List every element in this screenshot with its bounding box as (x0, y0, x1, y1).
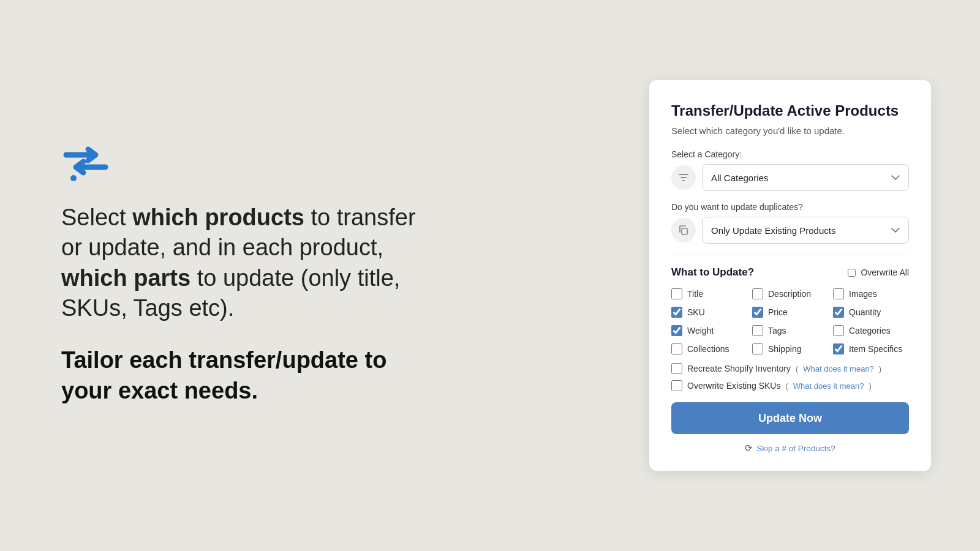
what-to-update-header: What to Update? Overwrite All (671, 266, 909, 279)
checkbox-item-cb-weight: Weight (671, 325, 747, 336)
update-now-button[interactable]: Update Now (671, 402, 909, 434)
cb-shopify-inventory-help-close: ) (879, 364, 881, 373)
copy-icon (677, 224, 690, 236)
card: Transfer/Update Active Products Select w… (649, 80, 931, 471)
cb-description-checkbox[interactable] (752, 288, 763, 299)
card-title: Transfer/Update Active Products (671, 102, 909, 119)
cb-quantity-label[interactable]: Quantity (849, 307, 881, 317)
left-section: Select which products to transferor upda… (61, 145, 478, 406)
extra-options: Recreate Shopify Inventory ( What does i… (671, 363, 909, 391)
what-to-update-title: What to Update? (671, 266, 754, 279)
cb-collections-checkbox[interactable] (671, 343, 682, 354)
checkbox-item-cb-images: Images (833, 288, 909, 299)
checkbox-item-cb-sku: SKU (671, 307, 747, 318)
svg-rect-1 (682, 228, 687, 234)
copy-icon-circle (671, 218, 696, 242)
cb-item-specifics-label[interactable]: Item Specifics (849, 344, 902, 354)
cb-description-label[interactable]: Description (768, 289, 811, 299)
cb-images-label[interactable]: Images (849, 289, 877, 299)
svg-point-0 (70, 175, 77, 181)
overwrite-all-row: Overwrite All (848, 268, 909, 277)
logo-icon (61, 145, 441, 184)
skip-row: ⟳ Skip a # of Products? (671, 443, 909, 454)
cb-quantity-checkbox[interactable] (833, 307, 844, 318)
cb-weight-label[interactable]: Weight (687, 326, 714, 335)
duplicate-label: Do you want to update duplicates? (671, 202, 909, 212)
cb-overwrite-skus-help-close: ) (869, 381, 871, 391)
cb-weight-checkbox[interactable] (671, 325, 682, 336)
category-label: Select a Category: (671, 149, 909, 159)
cb-sku-checkbox[interactable] (671, 307, 682, 318)
checkbox-item-cb-collections: Collections (671, 343, 747, 354)
cb-title-label[interactable]: Title (687, 289, 703, 299)
cb-shopify-inventory-label[interactable]: Recreate Shopify Inventory (687, 364, 791, 373)
cb-item-specifics-checkbox[interactable] (833, 343, 844, 354)
overwrite-all-label[interactable]: Overwrite All (861, 268, 909, 277)
cb-tags-checkbox[interactable] (752, 325, 763, 336)
cb-collections-label[interactable]: Collections (687, 344, 729, 354)
skip-link[interactable]: Skip a # of Products? (756, 444, 835, 453)
cb-shopify-inventory-help-link[interactable]: What does it mean? (803, 364, 874, 373)
cb-tags-label[interactable]: Tags (768, 326, 786, 335)
overwrite-all-checkbox[interactable] (848, 269, 856, 277)
left-description: Select which products to transferor upda… (61, 203, 441, 324)
checkbox-item-cb-shipping: Shipping (752, 343, 828, 354)
cb-images-checkbox[interactable] (833, 288, 844, 299)
cb-overwrite-skus-checkbox[interactable] (671, 380, 682, 391)
left-subtext: Tailor each transfer/update to your exac… (61, 345, 441, 406)
cb-overwrite-skus-help-link[interactable]: What does it mean? (793, 381, 864, 391)
page-wrapper: Select which products to transferor upda… (0, 0, 980, 551)
skip-icon: ⟳ (745, 443, 753, 454)
checkbox-item-cb-description: Description (752, 288, 828, 299)
filter-icon (677, 171, 690, 184)
category-select[interactable]: All Categories (702, 164, 909, 191)
checkbox-item-cb-price: Price (752, 307, 828, 318)
right-section: Transfer/Update Active Products Select w… (649, 80, 931, 471)
cb-shopify-inventory-checkbox[interactable] (671, 363, 682, 374)
cb-shopify-inventory-help-open: ( (796, 364, 798, 373)
cb-overwrite-skus-help-open: ( (785, 381, 788, 391)
cb-overwrite-skus-label[interactable]: Overwrite Existing SKUs (687, 381, 780, 391)
checkbox-grid: TitleDescriptionImagesSKUPriceQuantityWe… (671, 288, 909, 354)
cb-categories-checkbox[interactable] (833, 325, 844, 336)
cb-categories-label[interactable]: Categories (849, 326, 891, 335)
checkbox-item-cb-item-specifics: Item Specifics (833, 343, 909, 354)
cb-shipping-checkbox[interactable] (752, 343, 763, 354)
cb-price-label[interactable]: Price (768, 307, 788, 317)
cb-sku-label[interactable]: SKU (687, 307, 705, 317)
extra-option-row-cb-overwrite-skus: Overwrite Existing SKUs ( What does it m… (671, 380, 909, 391)
cb-shipping-label[interactable]: Shipping (768, 344, 802, 354)
category-row: All Categories (671, 164, 909, 191)
checkbox-item-cb-tags: Tags (752, 325, 828, 336)
divider (671, 255, 909, 255)
checkbox-item-cb-categories: Categories (833, 325, 909, 336)
cb-price-checkbox[interactable] (752, 307, 763, 318)
extra-option-row-cb-shopify-inventory: Recreate Shopify Inventory ( What does i… (671, 363, 909, 374)
duplicate-row: Only Update Existing Products (671, 217, 909, 244)
card-subtitle: Select which category you'd like to upda… (671, 126, 909, 136)
filter-icon-circle (671, 165, 696, 190)
cb-title-checkbox[interactable] (671, 288, 682, 299)
checkbox-item-cb-title: Title (671, 288, 747, 299)
checkbox-item-cb-quantity: Quantity (833, 307, 909, 318)
duplicate-select[interactable]: Only Update Existing Products (702, 217, 909, 244)
